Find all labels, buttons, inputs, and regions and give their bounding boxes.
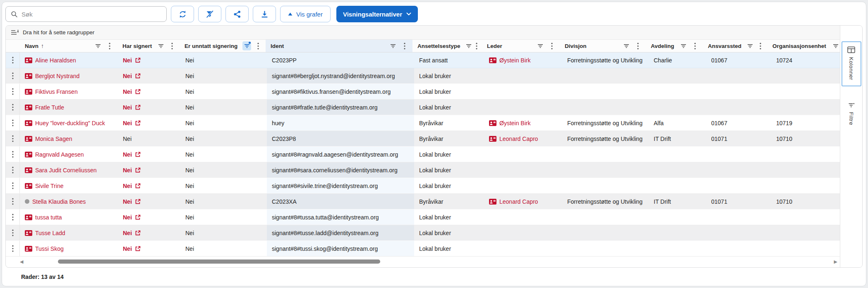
leder-link[interactable]: Øystein Birk: [499, 57, 530, 64]
filter-icon[interactable]: [831, 41, 840, 50]
har-signert-value[interactable]: Nei: [123, 57, 132, 64]
har-signert-value[interactable]: Nei: [123, 120, 132, 126]
person-link[interactable]: Tusse Ladd: [35, 230, 65, 236]
row-menu-button[interactable]: [6, 178, 20, 193]
side-panel-tab-kolonner[interactable]: Kolonner: [842, 41, 861, 86]
scroll-right-icon[interactable]: ▶: [834, 259, 837, 264]
share-button[interactable]: [225, 6, 249, 22]
external-link-icon[interactable]: [135, 167, 141, 173]
row-menu-button[interactable]: [6, 209, 20, 225]
filter-icon[interactable]: [242, 41, 251, 50]
download-button[interactable]: [253, 6, 276, 22]
table-row[interactable]: Fratle TutleNeiNeisignant#8#fratle.tutle…: [6, 100, 840, 115]
har-signert-value[interactable]: Nei: [123, 214, 132, 221]
row-menu-button[interactable]: [6, 100, 20, 115]
leder-link[interactable]: Øystein Birk: [499, 120, 530, 126]
column-header-navn[interactable]: Navn↑: [20, 40, 117, 52]
column-menu-icon[interactable]: [757, 41, 764, 50]
table-row[interactable]: Ragnvald AagesenNeiNeisignant#8#ragnvald…: [6, 147, 840, 162]
column-menu-icon[interactable]: [400, 41, 409, 50]
person-link[interactable]: Bergljot Nystrand: [35, 73, 79, 79]
har-signert-value[interactable]: Nei: [123, 104, 132, 111]
har-signert-value[interactable]: Nei: [123, 245, 132, 252]
person-link[interactable]: Fiktivus Fransen: [35, 88, 78, 95]
vis-grafer-button[interactable]: Vis grafer: [280, 6, 331, 22]
har-signert-value[interactable]: Nei: [123, 167, 132, 174]
column-header-er_unntatt[interactable]: Er unntatt signering: [180, 40, 266, 52]
har-signert-value[interactable]: Nei: [123, 151, 132, 158]
table-row[interactable]: Tusse LaddNeiNeisignant#8#tusse.ladd@ide…: [6, 225, 840, 241]
external-link-icon[interactable]: [135, 152, 141, 157]
table-row[interactable]: Sara Judit CorneliussenNeiNeisignant#8#s…: [6, 162, 840, 178]
row-group-drop-zone[interactable]: Dra hit for å sette radgrupper: [6, 26, 840, 40]
scroll-left-icon[interactable]: ◀: [20, 259, 23, 264]
filter-icon[interactable]: [536, 41, 545, 50]
person-link[interactable]: Sivile Trine: [35, 183, 63, 189]
har-signert-value[interactable]: Nei: [123, 183, 132, 189]
filter-icon[interactable]: [622, 41, 631, 50]
har-signert-value[interactable]: Nei: [123, 198, 132, 205]
person-link[interactable]: Huey "lover-duckling" Duck: [35, 120, 105, 126]
leder-link[interactable]: Leonard Capro: [499, 198, 538, 205]
row-menu-button[interactable]: [6, 241, 20, 256]
table-row[interactable]: Stella Klaudia BonesNeiNeiC2023XAByråvik…: [6, 194, 840, 209]
person-link[interactable]: Monica Sagen: [35, 136, 72, 142]
table-row[interactable]: Monica SagenNeiNeiC2023P8ByråvikarLeonar…: [6, 131, 840, 147]
external-link-icon[interactable]: [135, 120, 141, 126]
row-menu-button[interactable]: [6, 115, 20, 131]
har-signert-value[interactable]: Nei: [123, 230, 132, 236]
external-link-icon[interactable]: [135, 73, 141, 79]
external-link-icon[interactable]: [135, 57, 141, 63]
row-menu-button[interactable]: [6, 84, 20, 99]
column-menu-icon[interactable]: [254, 41, 262, 50]
column-header-avdeling[interactable]: Avdeling: [646, 40, 703, 52]
search-input[interactable]: [22, 11, 161, 18]
refresh-button[interactable]: [171, 6, 194, 22]
row-menu-button[interactable]: [6, 225, 20, 240]
external-link-icon[interactable]: [135, 89, 141, 95]
external-link-icon[interactable]: [135, 199, 141, 205]
column-header-ansvarssted[interactable]: Ansvarssted: [703, 40, 767, 52]
filter-icon[interactable]: [94, 41, 103, 50]
filter-icon[interactable]: [746, 41, 754, 50]
column-header-ansettelsestype[interactable]: Ansettelsestype: [412, 40, 482, 52]
column-menu-icon[interactable]: [547, 41, 556, 50]
table-row[interactable]: Tussi SkogNeiNeisignant#8#tussi.skog@ide…: [6, 241, 840, 257]
table-row[interactable]: Fiktivus FransenNeiNeisignant#8#fiktivus…: [6, 84, 840, 100]
filter-icon[interactable]: [388, 41, 398, 50]
har-signert-value[interactable]: Nei: [123, 73, 132, 79]
external-link-icon[interactable]: [135, 105, 141, 110]
column-menu-icon[interactable]: [168, 41, 176, 50]
table-row[interactable]: Sivile TrineNeiNeisignant#8#sivile.trine…: [6, 178, 840, 194]
filter-icon[interactable]: [679, 41, 688, 50]
visningsalternativer-button[interactable]: Visningsalternativer: [336, 6, 418, 22]
external-link-icon[interactable]: [135, 214, 141, 220]
table-row[interactable]: tussa tuttaNeiNeisignant#8#tussa.tutta@i…: [6, 209, 840, 225]
row-menu-button[interactable]: [6, 68, 20, 83]
row-menu-button[interactable]: [6, 162, 20, 178]
table-row[interactable]: Huey "lover-duckling" DuckNeiNeihueyByrå…: [6, 115, 840, 131]
column-header-har_signert[interactable]: Har signert: [117, 40, 180, 52]
column-header-ident[interactable]: Ident: [266, 40, 412, 52]
person-link[interactable]: Fratle Tutle: [35, 104, 64, 111]
person-link[interactable]: Sara Judit Corneliussen: [35, 167, 97, 174]
external-link-icon[interactable]: [135, 230, 141, 236]
clear-filter-button[interactable]: [198, 6, 221, 22]
scrollbar-thumb[interactable]: [58, 259, 380, 264]
row-menu-button[interactable]: [6, 147, 20, 162]
column-menu-icon[interactable]: [105, 41, 114, 50]
table-row[interactable]: Bergljot NystrandNeiNeisignant#8#bergljo…: [6, 68, 840, 84]
column-header-leder[interactable]: Leder: [482, 40, 560, 52]
filter-icon[interactable]: [465, 41, 472, 50]
external-link-icon[interactable]: [135, 183, 141, 189]
leder-link[interactable]: Leonard Capro: [499, 136, 538, 142]
person-link[interactable]: Tussi Skog: [35, 245, 64, 252]
row-menu-button[interactable]: [6, 52, 20, 68]
row-menu-button[interactable]: [6, 131, 20, 146]
external-link-icon[interactable]: [135, 246, 141, 252]
filter-icon[interactable]: [157, 41, 165, 50]
column-menu-icon[interactable]: [475, 41, 479, 50]
person-link[interactable]: Aline Haraldsen: [35, 57, 76, 64]
scrollbar-track[interactable]: [26, 259, 831, 264]
side-panel-tab-filtre[interactable]: Filtre: [842, 97, 861, 131]
